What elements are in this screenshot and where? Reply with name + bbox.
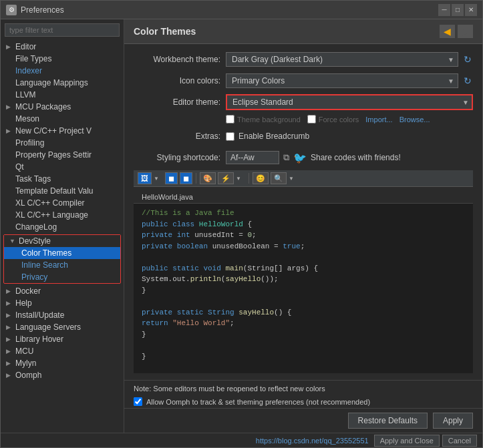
toolbar-btn-3[interactable]: ◼ <box>180 172 192 184</box>
import-link[interactable]: Import... <box>365 116 392 124</box>
restore-defaults-button[interactable]: Restore Defaults <box>348 413 428 429</box>
arrow-icon: ▶ <box>6 43 13 50</box>
toolbar-dropdown-arrow-3: ▼ <box>289 176 295 182</box>
app-icon: ⚙ <box>6 5 17 15</box>
sidebar-item-devstyle[interactable]: ▼ DevStyle <box>4 235 120 247</box>
sidebar-item-library-hover[interactable]: ▶ Library Hover <box>1 333 124 345</box>
force-colors-checkbox[interactable] <box>307 115 316 124</box>
editor-toolbar: 🖼 ▼ ◼ ◼ 🎨 ⚡ ▼ 😊 🔍 ▼ <box>134 170 473 187</box>
sub-options-row: Theme background Force colors Import... … <box>226 115 473 124</box>
sidebar: ▶ Editor File Types Indexer Language Map… <box>1 19 124 433</box>
icon-colors-refresh-button[interactable]: ↻ <box>462 74 473 87</box>
workbench-refresh-button[interactable]: ↻ <box>462 53 473 66</box>
back-button[interactable]: ◀ <box>440 25 455 38</box>
sidebar-item-color-themes[interactable]: Color Themes <box>4 247 120 259</box>
close-button[interactable]: ✕ <box>465 4 477 16</box>
arrow-oomph: ▶ <box>6 372 13 379</box>
sidebar-item-inline-search[interactable]: Inline Search <box>4 259 120 271</box>
editor-theme-label: Editor theme: <box>134 97 220 107</box>
shortcode-input[interactable] <box>226 151 279 164</box>
arrow-lang-servers: ▶ <box>6 324 13 330</box>
minimize-button[interactable]: ─ <box>438 4 450 16</box>
arrow-mcu: ▶ <box>6 348 13 355</box>
icon-colors-select-wrap: Primary Colors ▼ <box>226 73 458 88</box>
code-line-3: private int unusedInt = 0; <box>142 230 465 241</box>
theme-bg-checkbox-label[interactable]: Theme background <box>226 115 301 124</box>
twitter-icon: 🐦 <box>293 152 307 164</box>
sidebar-item-privacy[interactable]: Privacy <box>4 271 120 283</box>
code-area: //This is a Java file public class Hello… <box>134 204 473 366</box>
workbench-theme-control: Dark Gray (Darkest Dark) ▼ ↻ <box>226 52 473 67</box>
share-label: Share codes with friends! <box>311 153 401 162</box>
arrow-devstyle: ▼ <box>9 238 16 244</box>
browse-link[interactable]: Browse... <box>399 116 430 124</box>
toolbar-btn-2[interactable]: ◼ <box>165 172 178 184</box>
code-line-11: return "Hello World"; <box>142 318 465 329</box>
sidebar-item-xl-language[interactable]: XL C/C++ Language <box>10 209 124 221</box>
sidebar-item-profiling[interactable]: Profiling <box>10 137 124 149</box>
force-colors-checkbox-label[interactable]: Force colors <box>307 115 359 124</box>
bottom-action-btns: Apply and Close Cancel <box>374 435 477 447</box>
apply-close-button[interactable]: Apply and Close <box>374 435 440 447</box>
force-colors-label: Force colors <box>319 116 359 124</box>
sidebar-item-help[interactable]: ▶ Help <box>1 297 124 309</box>
sidebar-item-language-servers[interactable]: ▶ Language Servers <box>1 321 124 333</box>
sidebar-item-indexer[interactable]: Indexer <box>10 65 124 77</box>
extras-row: Extras: Enable Breadcrumb <box>134 128 473 145</box>
sidebar-item-property-pages[interactable]: Property Pages Settir <box>10 149 124 161</box>
forward-button[interactable]: ▶ <box>458 25 473 38</box>
workbench-theme-select[interactable]: Dark Gray (Darkest Dark) <box>226 52 458 67</box>
theme-bg-label: Theme background <box>237 116 301 124</box>
sidebar-item-xl-compiler[interactable]: XL C/C++ Compiler <box>10 197 124 209</box>
copy-icon[interactable]: ⧉ <box>283 152 289 163</box>
sidebar-item-new-cpp[interactable]: ▶ New C/C++ Project V <box>1 125 124 137</box>
sidebar-item-mcu-packages[interactable]: ▶ MCU Packages <box>1 101 124 113</box>
sidebar-item-docker[interactable]: ▶ Docker <box>1 285 124 297</box>
apply-button[interactable]: Apply <box>433 413 473 429</box>
sidebar-item-mcu[interactable]: ▶ MCU <box>1 345 124 357</box>
arrow-icon-cpp: ▶ <box>6 128 13 134</box>
toolbar-btn-6[interactable]: 😊 <box>253 172 269 184</box>
toolbar-dropdown-arrow: ▼ <box>154 176 160 182</box>
sidebar-item-llvm[interactable]: LLVM <box>10 89 124 101</box>
right-panel: Color Themes ◀ ▶ Workbench theme: Dark G… <box>124 19 482 433</box>
toolbar-btn-1[interactable]: 🖼 <box>138 172 152 184</box>
code-line-6: public static void main(String[] args) { <box>142 263 465 274</box>
footer: Restore Defaults Apply <box>124 408 482 433</box>
oomph-checkbox[interactable] <box>134 397 142 406</box>
toolbar-btn-7[interactable]: 🔍 <box>271 172 287 184</box>
panel-title: Color Themes <box>134 26 196 37</box>
sidebar-item-oomph[interactable]: ▶ Oomph <box>1 369 124 381</box>
nav-arrows: ◀ ▶ <box>440 25 473 38</box>
window-title: Preferences <box>21 5 438 15</box>
theme-bg-checkbox[interactable] <box>226 115 234 124</box>
maximize-button[interactable]: □ <box>452 4 464 16</box>
sidebar-item-mylyn[interactable]: ▶ Mylyn <box>1 357 124 369</box>
sidebar-item-qt[interactable]: Qt <box>10 161 124 173</box>
toolbar-btn-5[interactable]: ⚡ <box>218 172 234 184</box>
sidebar-item-meson[interactable]: Meson <box>1 113 124 125</box>
window-controls: ─ □ ✕ <box>438 4 477 16</box>
icon-colors-row: Icon colors: Primary Colors ▼ ↻ <box>134 72 473 89</box>
sidebar-item-task-tags[interactable]: Task Tags <box>10 173 124 185</box>
styling-shortcode-label: Styling shortcode: <box>134 153 220 162</box>
search-input[interactable] <box>5 23 120 37</box>
sidebar-item-file-types[interactable]: File Types <box>10 53 124 65</box>
toolbar-btn-4[interactable]: 🎨 <box>200 172 216 184</box>
sidebar-item-template-default[interactable]: Template Default Valu <box>10 185 124 197</box>
sidebar-item-editor[interactable]: ▶ Editor <box>1 41 124 53</box>
editor-theme-select-wrap: Eclipse Standard ▼ <box>226 94 473 110</box>
enable-breadcrumb-checkbox[interactable] <box>226 132 234 141</box>
extras-control: Enable Breadcrumb <box>226 132 473 141</box>
note-text: Note: Some editors must be reopened to r… <box>134 385 325 393</box>
sidebar-item-changelog[interactable]: ChangeLog <box>1 221 124 233</box>
code-line-5 <box>142 252 465 263</box>
devstyle-section: ▼ DevStyle Color Themes Inline Search Pr… <box>3 234 121 284</box>
icon-colors-select[interactable]: Primary Colors <box>226 73 458 88</box>
sidebar-item-language-mappings[interactable]: Language Mappings <box>10 77 124 89</box>
arrow-docker: ▶ <box>6 288 13 294</box>
sidebar-item-install-update[interactable]: ▶ Install/Update <box>1 309 124 321</box>
enable-breadcrumb-label: Enable Breadcrumb <box>238 132 309 141</box>
editor-theme-select[interactable]: Eclipse Standard <box>226 94 473 110</box>
cancel-button[interactable]: Cancel <box>442 435 477 447</box>
